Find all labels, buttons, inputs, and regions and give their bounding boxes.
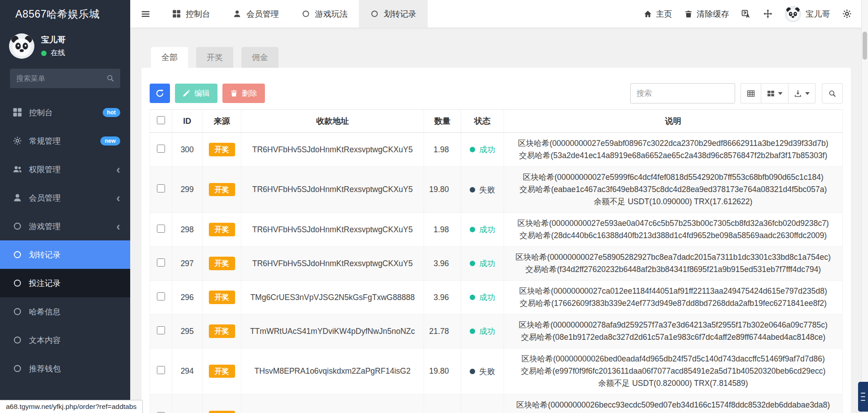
refresh-button[interactable] xyxy=(150,84,170,103)
filter-tab-0[interactable]: 全部 xyxy=(151,47,188,68)
row-description: 区块哈希(00000000027e58905282927bc8ea7dadc20… xyxy=(504,247,843,281)
column-header[interactable]: 收款地址 xyxy=(241,110,424,133)
table-row[interactable]: 296 开奖 TMg6CrUES3nVpVJSG2N5kGsFgTxwG8888… xyxy=(150,281,843,314)
circle-icon xyxy=(13,278,22,288)
gear-icon[interactable] xyxy=(842,9,852,19)
export-icon xyxy=(794,89,802,98)
column-header[interactable]: 来源 xyxy=(203,110,241,133)
table-view-button-group xyxy=(741,83,816,103)
column-header[interactable]: 数量 xyxy=(424,110,461,133)
status-badge: 失败 xyxy=(470,366,495,377)
grid-icon xyxy=(767,89,775,98)
row-address: TTmWRtUAcS41mYDviKW4pDyfNwJn5noNZc xyxy=(241,314,424,348)
table-icon xyxy=(747,89,755,98)
sidebar-item-console[interactable]: 控制台 hot xyxy=(0,98,130,127)
gears-icon xyxy=(13,136,22,145)
avatar xyxy=(785,6,801,22)
nav-tab-member[interactable]: 会员管理 xyxy=(222,0,290,28)
sidebar-item-game[interactable]: 游戏管理 ‹ xyxy=(0,212,130,240)
row-description: 区块哈希(00000000027ca012ee1184f44051af91ff2… xyxy=(504,281,843,314)
sidebar-item-wallet[interactable]: 推荐钱包 xyxy=(0,354,130,383)
row-checkbox[interactable] xyxy=(157,184,165,192)
row-id: 297 xyxy=(172,247,203,281)
clear-cache-link[interactable]: 清除缓存 xyxy=(684,9,729,19)
row-checkbox[interactable] xyxy=(157,225,165,233)
nav-tab-console[interactable]: 控制台 xyxy=(161,0,222,28)
row-id: 300 xyxy=(172,133,203,167)
clear-cache-label: 清除缓存 xyxy=(697,9,729,19)
sidebar-item-transfer[interactable]: 划转记录 xyxy=(0,240,130,269)
select-all-checkbox[interactable] xyxy=(157,116,165,124)
users-icon xyxy=(13,164,22,174)
status-dot-icon xyxy=(470,329,475,334)
search-button[interactable] xyxy=(822,83,843,103)
row-checkbox[interactable] xyxy=(157,326,165,334)
edit-button[interactable]: 编辑 xyxy=(175,84,217,103)
row-checkbox[interactable] xyxy=(157,258,165,267)
table-search-input[interactable] xyxy=(630,83,735,103)
nav-tab-label: 会员管理 xyxy=(246,9,279,19)
row-address: TR6HVFbHv5SJdoHnmKtRexsvptwgCKXuY5 xyxy=(241,247,424,281)
chevron-left-icon: ‹ xyxy=(116,221,120,232)
sidebar-item-text-content[interactable]: 文本内容 xyxy=(0,326,130,354)
filter-tab-1[interactable]: 开奖 xyxy=(196,47,233,68)
scrollbar-thumb[interactable] xyxy=(863,32,867,60)
nav-tab-transfer[interactable]: 划转记录 xyxy=(359,0,428,28)
sidebar-item-betting[interactable]: 投注记录 xyxy=(0,269,130,297)
sidebar-item-label: 投注记录 xyxy=(29,278,61,289)
source-badge: 开奖 xyxy=(209,257,235,270)
row-address: THsvM8EPRA1o6vqiskdxm2ZaPgRF14isG2 xyxy=(241,394,424,413)
table-row[interactable]: 295 开奖 TTmWRtUAcS41mYDviKW4pDyfNwJn5noNZ… xyxy=(150,314,843,348)
row-checkbox[interactable] xyxy=(157,366,165,374)
circle-icon xyxy=(13,250,22,259)
sidebar-item-permission[interactable]: 权限管理 ‹ xyxy=(0,155,130,183)
sidebar-item-label: 划转记录 xyxy=(29,249,61,260)
trash-icon xyxy=(230,89,238,97)
home-link[interactable]: 主页 xyxy=(644,9,672,19)
source-badge: 开奖 xyxy=(209,411,235,413)
sidebar-search-input[interactable] xyxy=(10,69,120,88)
status-badge: 成功 xyxy=(470,144,495,155)
row-checkbox[interactable] xyxy=(157,292,165,300)
table-row[interactable]: 294 开奖 THsvM8EPRA1o6vqiskdxm2ZaPgRF14isG… xyxy=(150,348,843,394)
status-badge: 成功 xyxy=(470,258,495,269)
nav-tab-gameplay[interactable]: 游戏玩法 xyxy=(290,0,359,28)
column-header[interactable]: ID xyxy=(172,110,203,133)
delete-button[interactable]: 删除 xyxy=(222,84,265,103)
scrollbar[interactable] xyxy=(861,0,868,413)
hamburger-menu-icon[interactable] xyxy=(140,9,151,19)
navbar-user[interactable]: 宝儿哥 xyxy=(785,6,830,22)
filter-tab-2[interactable]: 佣金 xyxy=(241,47,278,68)
row-amount: 21.78 xyxy=(424,314,461,348)
home-icon xyxy=(644,10,652,18)
nav-tab-label: 控制台 xyxy=(186,9,210,19)
table-row[interactable]: 293 开奖 THsvM8EPRA1o6vqiskdxm2ZaPgRF14isG… xyxy=(150,394,843,413)
row-id: 298 xyxy=(172,213,203,247)
sidebar-item-general[interactable]: 常规管理 new xyxy=(0,127,130,155)
table-row[interactable]: 300 开奖 TR6HVFbHv5SJdoHnmKtRexsvptwgCKXuY… xyxy=(150,133,843,167)
sidebar-menu: 控制台 hot 常规管理 new 权限管理 ‹ 会员管理 ‹ 游戏管理 ‹ 划转… xyxy=(0,98,130,383)
table-row[interactable]: 298 开奖 TR6HVFbHv5SJdoHnmKtRexsvptwgCKXuY… xyxy=(150,213,843,247)
source-badge: 开奖 xyxy=(209,183,235,196)
row-address: TMg6CrUES3nVpVJSG2N5kGsFgTxwG88888 xyxy=(241,281,424,314)
table-row[interactable]: 299 开奖 TR6HVFbHv5SJdoHnmKtRexsvptwgCKXuY… xyxy=(150,167,843,213)
export-dropdown-button[interactable] xyxy=(788,83,816,103)
status-badge: 成功 xyxy=(470,292,495,303)
toggle-view-button[interactable] xyxy=(741,83,761,103)
menu-badge: new xyxy=(100,136,120,145)
language-icon[interactable] xyxy=(741,9,751,19)
floating-widget[interactable] xyxy=(858,382,868,412)
filter-tabs: 全部开奖佣金 xyxy=(151,47,851,68)
table-row[interactable]: 297 开奖 TR6HVFbHv5SJdoHnmKtRexsvptwgCKXuY… xyxy=(150,247,843,281)
sidebar-item-member[interactable]: 会员管理 ‹ xyxy=(0,183,130,212)
column-header[interactable]: 说明 xyxy=(504,110,843,133)
columns-dropdown-button[interactable] xyxy=(761,83,788,103)
fullscreen-icon[interactable] xyxy=(763,9,773,19)
dashboard-icon xyxy=(172,9,181,18)
brand-title: A8567哈希娱乐城 xyxy=(0,0,130,28)
column-header[interactable]: 状态 xyxy=(461,110,504,133)
nav-tab-label: 游戏玩法 xyxy=(315,9,348,19)
circle-icon xyxy=(13,221,22,231)
sidebar-item-hash-info[interactable]: 哈希信息 xyxy=(0,297,130,326)
row-checkbox[interactable] xyxy=(157,145,165,153)
